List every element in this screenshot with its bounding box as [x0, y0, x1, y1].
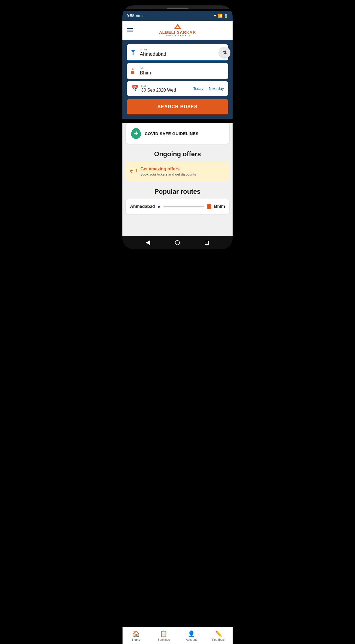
logo-subtitle: TOURS & TRAVELS	[165, 35, 190, 36]
covid-banner[interactable]: ✚ COVID SAFE GUIDELINES	[126, 123, 229, 144]
to-value[interactable]: Bhim	[140, 70, 224, 76]
offer-details: Get amazing offers Book your tickets and…	[140, 167, 196, 176]
date-value: 30 Sep 2020 Wed	[141, 88, 176, 93]
offers-section: Ongoing offers 🏷 Get amazing offers Book…	[122, 150, 233, 181]
date-card[interactable]: 📅 Date 30 Sep 2020 Wed Today | Next day	[127, 81, 228, 96]
system-nav-bar	[122, 236, 233, 249]
notification-icon: ◎	[141, 14, 144, 18]
offers-title: Ongoing offers	[122, 150, 233, 158]
route-to: Bhim	[214, 204, 225, 209]
route-to-icon	[207, 204, 211, 209]
to-location-icon	[131, 68, 134, 74]
swap-button[interactable]: ⇅	[218, 47, 230, 59]
from-label: From	[140, 48, 224, 51]
home-button[interactable]	[175, 240, 180, 245]
logo-triangle-icon	[174, 24, 181, 29]
search-panel: From Ahmedabad ⇅ To Bhim 📅 Date 30 Sep 2…	[122, 40, 233, 119]
popular-routes-section: Popular routes Ahmedabad ▶ Bhim	[122, 188, 233, 214]
to-input-card[interactable]: To Bhim	[127, 63, 228, 79]
date-shortcuts: Today | Next day	[193, 86, 224, 91]
popular-routes-title: Popular routes	[122, 188, 233, 195]
route-arrow-icon: ▶	[158, 204, 161, 209]
offer-card[interactable]: 🏷 Get amazing offers Book your tickets a…	[126, 162, 229, 181]
status-bar: 9:58 🪪 ◎ ▼ 📶 🔋	[122, 11, 233, 21]
next-day-button[interactable]: Next day	[209, 86, 224, 91]
today-button[interactable]: Today	[193, 86, 203, 91]
back-button[interactable]	[145, 240, 151, 245]
covid-text: COVID SAFE GUIDELINES	[145, 131, 199, 136]
from-value[interactable]: Ahmedabad	[140, 51, 224, 57]
to-label: To	[140, 66, 224, 70]
recents-button[interactable]	[204, 240, 210, 245]
logo-brand: ALBELI SARKAR	[159, 30, 196, 35]
swap-icon: ⇅	[223, 50, 227, 56]
offer-title: Get amazing offers	[140, 167, 196, 171]
offer-description: Book your tickets and get discounts	[140, 172, 196, 176]
sim-icon: 🪪	[136, 14, 140, 18]
route-from: Ahmedabad	[130, 204, 155, 209]
offer-tag-icon: 🏷	[130, 167, 137, 175]
search-buses-button[interactable]: SEARCH BUSES	[127, 99, 228, 114]
date-divider: |	[206, 86, 207, 91]
app-header: ALBELI SARKAR TOURS & TRAVELS	[122, 21, 233, 40]
swipe-handle	[167, 8, 189, 9]
logo: ALBELI SARKAR TOURS & TRAVELS	[159, 24, 196, 36]
phone-frame: 9:58 🪪 ◎ ▼ 📶 🔋 ALBELI SARKAR TOURS & TRA…	[122, 5, 233, 249]
time-display: 9:58	[127, 14, 134, 18]
hamburger-menu[interactable]	[127, 28, 133, 32]
from-location-icon	[131, 50, 135, 55]
signal-icon: 📶	[218, 14, 223, 18]
route-card[interactable]: Ahmedabad ▶ Bhim	[126, 199, 229, 214]
main-content: ✚ COVID SAFE GUIDELINES Ongoing offers 🏷…	[122, 123, 233, 236]
wifi-icon: ▼	[213, 14, 217, 18]
route-line	[163, 206, 204, 207]
from-input-card[interactable]: From Ahmedabad	[127, 44, 228, 61]
calendar-icon: 📅	[131, 85, 138, 92]
covid-shield-icon: ✚	[131, 128, 141, 139]
date-label: Date	[141, 85, 176, 88]
battery-icon: 🔋	[224, 14, 228, 18]
